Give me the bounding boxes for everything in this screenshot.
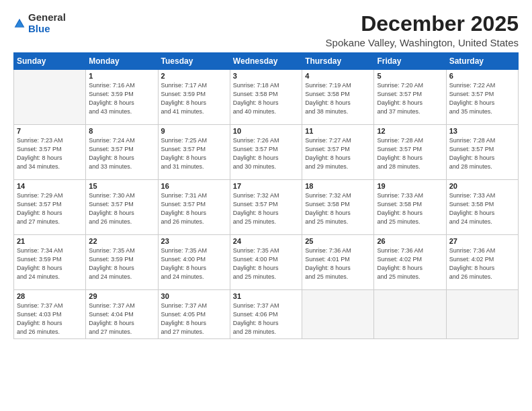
calendar-week-row: 1Sunrise: 7:16 AM Sunset: 3:59 PM Daylig…: [14, 70, 519, 125]
calendar-week-row: 14Sunrise: 7:29 AM Sunset: 3:57 PM Dayli…: [14, 180, 519, 235]
day-info: Sunrise: 7:28 AM Sunset: 3:57 PM Dayligh…: [449, 136, 515, 171]
day-number: 9: [161, 127, 227, 135]
table-row: 15Sunrise: 7:30 AM Sunset: 3:57 PM Dayli…: [86, 180, 158, 235]
day-number: 17: [233, 182, 299, 190]
day-info: Sunrise: 7:32 AM Sunset: 3:58 PM Dayligh…: [305, 191, 371, 226]
col-saturday: Saturday: [446, 53, 518, 70]
table-row: [14, 70, 86, 125]
day-info: Sunrise: 7:19 AM Sunset: 3:58 PM Dayligh…: [305, 81, 371, 116]
logo-blue: Blue: [28, 23, 50, 34]
day-info: Sunrise: 7:33 AM Sunset: 3:58 PM Dayligh…: [377, 191, 443, 226]
day-number: 24: [233, 237, 299, 245]
table-row: 14Sunrise: 7:29 AM Sunset: 3:57 PM Dayli…: [14, 180, 86, 235]
table-row: 31Sunrise: 7:37 AM Sunset: 4:06 PM Dayli…: [230, 290, 302, 339]
month-title: December 2025: [326, 12, 519, 36]
table-row: 5Sunrise: 7:20 AM Sunset: 3:57 PM Daylig…: [374, 70, 446, 125]
day-number: 19: [377, 182, 443, 190]
day-info: Sunrise: 7:36 AM Sunset: 4:02 PM Dayligh…: [449, 246, 515, 281]
day-number: 13: [449, 127, 515, 135]
day-number: 2: [161, 72, 227, 80]
calendar-week-row: 28Sunrise: 7:37 AM Sunset: 4:03 PM Dayli…: [14, 290, 519, 339]
col-sunday: Sunday: [14, 53, 86, 70]
table-row: 25Sunrise: 7:36 AM Sunset: 4:01 PM Dayli…: [302, 235, 374, 290]
day-info: Sunrise: 7:37 AM Sunset: 4:05 PM Dayligh…: [161, 302, 227, 336]
day-number: 14: [17, 182, 83, 190]
day-number: 20: [449, 182, 515, 190]
table-row: 30Sunrise: 7:37 AM Sunset: 4:05 PM Dayli…: [158, 290, 230, 339]
table-row: 21Sunrise: 7:34 AM Sunset: 3:59 PM Dayli…: [14, 235, 86, 290]
day-number: 21: [17, 237, 83, 245]
page: General Blue December 2025 Spokane Valle…: [0, 0, 532, 411]
day-info: Sunrise: 7:35 AM Sunset: 4:00 PM Dayligh…: [161, 246, 227, 281]
day-number: 22: [89, 237, 154, 245]
table-row: [302, 290, 374, 339]
day-info: Sunrise: 7:28 AM Sunset: 3:57 PM Dayligh…: [377, 136, 443, 171]
day-number: 6: [449, 72, 515, 80]
day-info: Sunrise: 7:36 AM Sunset: 4:01 PM Dayligh…: [305, 246, 371, 281]
location-title: Spokane Valley, Washington, United State…: [326, 37, 519, 48]
table-row: 8Sunrise: 7:24 AM Sunset: 3:57 PM Daylig…: [86, 125, 158, 180]
day-info: Sunrise: 7:24 AM Sunset: 3:57 PM Dayligh…: [89, 136, 154, 171]
table-row: 23Sunrise: 7:35 AM Sunset: 4:00 PM Dayli…: [158, 235, 230, 290]
table-row: 28Sunrise: 7:37 AM Sunset: 4:03 PM Dayli…: [14, 290, 86, 339]
table-row: 2Sunrise: 7:17 AM Sunset: 3:59 PM Daylig…: [158, 70, 230, 125]
day-info: Sunrise: 7:17 AM Sunset: 3:59 PM Dayligh…: [161, 81, 227, 116]
table-row: 6Sunrise: 7:22 AM Sunset: 3:57 PM Daylig…: [446, 70, 518, 125]
table-row: 13Sunrise: 7:28 AM Sunset: 3:57 PM Dayli…: [446, 125, 518, 180]
table-row: 26Sunrise: 7:36 AM Sunset: 4:02 PM Dayli…: [374, 235, 446, 290]
day-number: 10: [233, 127, 299, 135]
day-info: Sunrise: 7:18 AM Sunset: 3:58 PM Dayligh…: [233, 81, 299, 116]
day-info: Sunrise: 7:29 AM Sunset: 3:57 PM Dayligh…: [17, 191, 83, 226]
day-info: Sunrise: 7:37 AM Sunset: 4:06 PM Dayligh…: [233, 302, 299, 336]
day-info: Sunrise: 7:36 AM Sunset: 4:02 PM Dayligh…: [377, 246, 443, 281]
day-info: Sunrise: 7:35 AM Sunset: 3:59 PM Dayligh…: [89, 246, 154, 281]
day-number: 5: [377, 72, 443, 80]
table-row: 27Sunrise: 7:36 AM Sunset: 4:02 PM Dayli…: [446, 235, 518, 290]
table-row: 9Sunrise: 7:25 AM Sunset: 3:57 PM Daylig…: [158, 125, 230, 180]
title-block: December 2025 Spokane Valley, Washington…: [326, 12, 519, 48]
day-number: 3: [233, 72, 299, 80]
day-number: 7: [17, 127, 83, 135]
day-info: Sunrise: 7:37 AM Sunset: 4:03 PM Dayligh…: [17, 302, 83, 336]
table-row: 10Sunrise: 7:26 AM Sunset: 3:57 PM Dayli…: [230, 125, 302, 180]
day-number: 23: [161, 237, 227, 245]
day-info: Sunrise: 7:25 AM Sunset: 3:57 PM Dayligh…: [161, 136, 227, 171]
logo-general: General: [28, 11, 66, 23]
day-number: 16: [161, 182, 227, 190]
day-info: Sunrise: 7:16 AM Sunset: 3:59 PM Dayligh…: [89, 81, 154, 116]
col-thursday: Thursday: [302, 53, 374, 70]
calendar-week-row: 21Sunrise: 7:34 AM Sunset: 3:59 PM Dayli…: [14, 235, 519, 290]
table-row: 12Sunrise: 7:28 AM Sunset: 3:57 PM Dayli…: [374, 125, 446, 180]
table-row: 1Sunrise: 7:16 AM Sunset: 3:59 PM Daylig…: [86, 70, 158, 125]
day-number: 15: [89, 182, 154, 190]
calendar: Sunday Monday Tuesday Wednesday Thursday…: [13, 52, 519, 339]
day-number: 1: [89, 72, 154, 80]
day-info: Sunrise: 7:35 AM Sunset: 4:00 PM Dayligh…: [233, 246, 299, 281]
table-row: 24Sunrise: 7:35 AM Sunset: 4:00 PM Dayli…: [230, 235, 302, 290]
calendar-header-row: Sunday Monday Tuesday Wednesday Thursday…: [14, 53, 519, 70]
day-number: 4: [305, 72, 371, 80]
day-info: Sunrise: 7:30 AM Sunset: 3:57 PM Dayligh…: [89, 191, 154, 226]
day-info: Sunrise: 7:20 AM Sunset: 3:57 PM Dayligh…: [377, 81, 443, 116]
logo-icon: [13, 17, 26, 30]
day-number: 27: [449, 237, 515, 245]
table-row: 20Sunrise: 7:33 AM Sunset: 3:58 PM Dayli…: [446, 180, 518, 235]
day-info: Sunrise: 7:26 AM Sunset: 3:57 PM Dayligh…: [233, 136, 299, 171]
day-number: 30: [161, 292, 227, 300]
table-row: 17Sunrise: 7:32 AM Sunset: 3:57 PM Dayli…: [230, 180, 302, 235]
table-row: 3Sunrise: 7:18 AM Sunset: 3:58 PM Daylig…: [230, 70, 302, 125]
table-row: [374, 290, 446, 339]
col-tuesday: Tuesday: [158, 53, 230, 70]
day-number: 26: [377, 237, 443, 245]
table-row: 4Sunrise: 7:19 AM Sunset: 3:58 PM Daylig…: [302, 70, 374, 125]
day-info: Sunrise: 7:22 AM Sunset: 3:57 PM Dayligh…: [449, 81, 515, 116]
table-row: 18Sunrise: 7:32 AM Sunset: 3:58 PM Dayli…: [302, 180, 374, 235]
col-wednesday: Wednesday: [230, 53, 302, 70]
table-row: 11Sunrise: 7:27 AM Sunset: 3:57 PM Dayli…: [302, 125, 374, 180]
day-info: Sunrise: 7:37 AM Sunset: 4:04 PM Dayligh…: [89, 302, 154, 336]
day-number: 25: [305, 237, 371, 245]
calendar-week-row: 7Sunrise: 7:23 AM Sunset: 3:57 PM Daylig…: [14, 125, 519, 180]
day-number: 29: [89, 292, 154, 300]
table-row: [446, 290, 518, 339]
logo-text: General Blue: [28, 12, 66, 34]
